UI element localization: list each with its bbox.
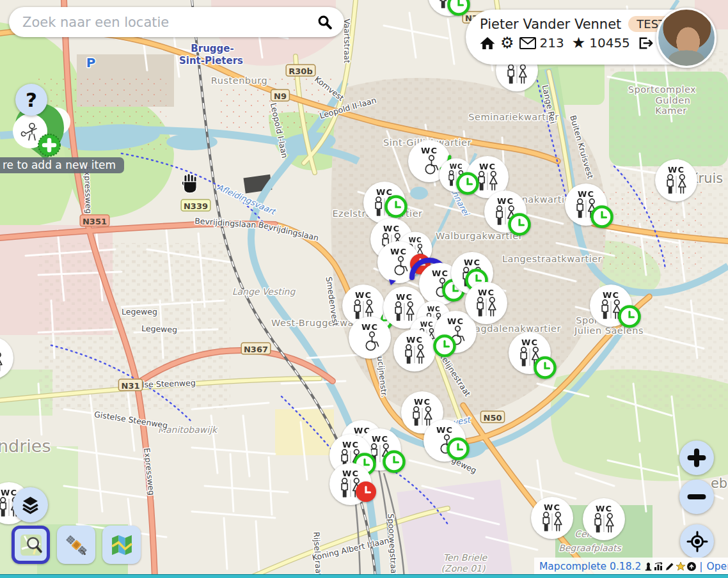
place-label: Sint-Pieters (179, 55, 243, 66)
background-chooser (12, 526, 141, 564)
map-marker-toilet[interactable]: WC (583, 498, 625, 540)
street-label: Legeweg (141, 324, 177, 334)
svg-text:WC: WC (432, 269, 448, 278)
logout-icon[interactable] (638, 36, 654, 50)
svg-text:WC: WC (414, 397, 431, 407)
road-shield: N367 (241, 343, 271, 354)
street-label: Legeweg (122, 307, 157, 316)
svg-text:WC: WC (464, 258, 480, 267)
road-shield: N9 (271, 90, 290, 101)
svg-text:WC: WC (361, 322, 378, 332)
star-icon: ★ (572, 35, 586, 51)
svg-text:R30b: R30b (289, 66, 312, 76)
place-label: Walburgakwartier (436, 231, 523, 241)
changeset-count: 10455 (589, 35, 630, 51)
settings-icon[interactable]: ⚙ (500, 35, 514, 51)
svg-text:WC: WC (668, 165, 684, 175)
home-icon[interactable] (480, 36, 495, 50)
help-button[interactable]: ? (15, 84, 47, 116)
folded-map-icon (110, 533, 134, 557)
map-marker-badge-clock-green[interactable] (535, 358, 555, 378)
map-marker-badge-clock-green[interactable] (510, 215, 530, 235)
road-shield: N339 (181, 199, 210, 211)
svg-text:WC: WC (355, 290, 372, 300)
bottom-accent-bar (0, 574, 728, 578)
layers-button[interactable] (13, 487, 48, 522)
svg-text:WC: WC (376, 187, 393, 197)
map-marker-badge-clock-green[interactable] (435, 336, 455, 356)
road-shield: N50 (480, 411, 504, 423)
hand-cursor-icon (180, 173, 201, 194)
svg-text:WC: WC (603, 290, 619, 300)
place-label: Lange Vesting (232, 286, 296, 297)
map-marker-badge-clock-green[interactable] (448, 439, 468, 459)
north-arrow-icon (686, 561, 697, 572)
svg-text:WC: WC (479, 162, 496, 171)
map-marker-toilet[interactable]: WC (465, 282, 507, 324)
background-option-osm[interactable] (12, 526, 50, 564)
search-bar (9, 7, 344, 37)
place-label: Gulden (656, 95, 691, 105)
crosshair-icon (686, 531, 708, 552)
svg-text:WC: WC (450, 162, 463, 170)
svg-text:N351: N351 (83, 217, 107, 226)
statistics-icon (654, 561, 664, 572)
svg-text:WC: WC (427, 305, 441, 313)
svg-text:WC: WC (497, 196, 514, 206)
map-marker-badge-clock-green[interactable] (384, 452, 404, 472)
openstreetmap-link[interactable]: OpenStreetMap (707, 561, 728, 572)
svg-text:WC: WC (342, 469, 359, 478)
road-shield: N31 (118, 379, 142, 391)
community-icon (676, 561, 686, 572)
svg-text:N339: N339 (184, 201, 208, 211)
map-marker-badge-clock-green[interactable] (620, 307, 640, 327)
svg-text:WC: WC (596, 504, 612, 513)
svg-text:WC: WC (0, 343, 1, 352)
place-label: Sportcomplex (628, 84, 696, 95)
place-label: Langestraatkwartier (502, 254, 602, 264)
map-marker-badge-clock-green[interactable] (458, 174, 478, 194)
map-marker-badge-clock-green[interactable] (449, 0, 469, 15)
message-count: 213 (540, 35, 564, 51)
search-icon[interactable] (313, 11, 336, 34)
svg-text:WC: WC (578, 189, 594, 199)
osm-map-icon (19, 533, 43, 557)
map-marker-badge-clock-green[interactable] (592, 207, 612, 227)
locate-button[interactable] (680, 524, 714, 558)
map-canvas[interactable]: Brugge-Sint-PietersRustenburgSint-Gillis… (0, 0, 728, 578)
svg-text:WC: WC (406, 335, 423, 345)
svg-text:WC: WC (372, 434, 388, 444)
attribution-separator: | (699, 561, 702, 572)
avatar[interactable] (656, 8, 716, 68)
map-marker-toilet[interactable]: WC (655, 159, 697, 201)
map-marker-toilet[interactable]: WC (349, 316, 391, 359)
svg-text:N9: N9 (274, 91, 287, 101)
svg-text:WC: WC (521, 338, 538, 347)
svg-text:WC: WC (544, 503, 560, 512)
background-option-map[interactable] (102, 526, 141, 564)
map-marker-badge-clock-green[interactable] (386, 197, 406, 217)
zoom-in-button[interactable] (679, 441, 714, 475)
place-label: Magdalenakwartier (466, 324, 561, 334)
map-marker-badge-clock-red[interactable] (356, 481, 376, 502)
user-name[interactable]: Pieter Vander Vennet (480, 17, 621, 32)
svg-text:WC: WC (436, 425, 453, 435)
svg-text:WC: WC (383, 224, 400, 233)
svg-text:WC: WC (420, 320, 434, 328)
pencil-icon (665, 561, 675, 572)
mapcomplete-version-link[interactable]: Mapcomplete 0.18.2 (539, 561, 641, 572)
place-label: Begraafplaats (558, 543, 622, 553)
messages-icon[interactable] (519, 37, 536, 49)
map-marker-toilet[interactable]: WC (531, 497, 573, 539)
basemap[interactable]: Brugge-Sint-PietersRustenburgSint-Gillis… (0, 0, 728, 578)
svg-text:WC: WC (478, 288, 495, 297)
zoom-out-button[interactable] (679, 480, 714, 514)
search-input[interactable] (21, 14, 313, 31)
attribution-bar: Mapcomplete 0.18.2 | OpenStreetMap (534, 558, 728, 575)
svg-text:N367: N367 (244, 345, 268, 354)
map-marker-toilet[interactable]: WC (393, 329, 436, 371)
background-option-satellite[interactable] (57, 526, 95, 564)
place-label: P (86, 55, 96, 70)
svg-text:WC: WC (390, 247, 407, 256)
svg-text:WC: WC (396, 292, 413, 302)
